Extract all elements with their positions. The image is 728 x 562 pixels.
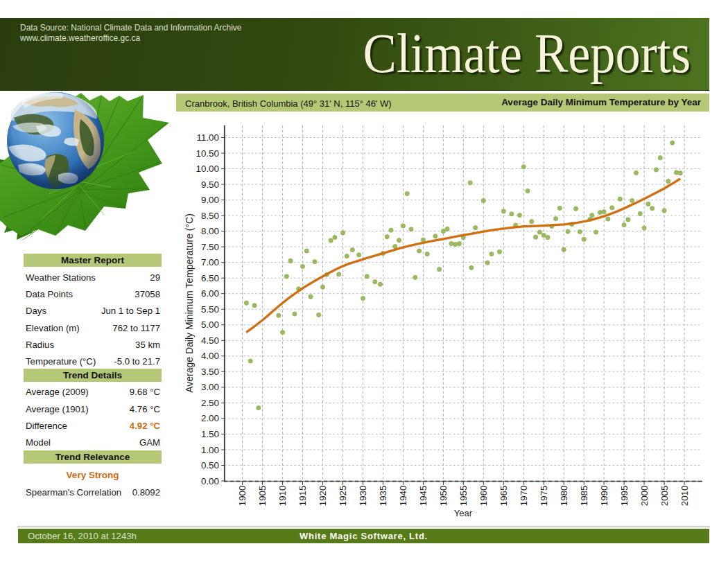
svg-text:1975: 1975	[539, 486, 549, 507]
svg-text:1995: 1995	[619, 486, 630, 507]
svg-text:1965: 1965	[499, 486, 509, 507]
svg-text:1.00: 1.00	[201, 445, 219, 455]
svg-text:1985: 1985	[579, 486, 589, 507]
svg-text:1960: 1960	[478, 486, 489, 507]
svg-text:9.00: 9.00	[201, 195, 219, 205]
svg-text:2.00: 2.00	[201, 413, 219, 423]
svg-text:1970: 1970	[519, 486, 529, 507]
svg-text:2.50: 2.50	[201, 398, 219, 408]
svg-text:4.00: 4.00	[201, 351, 219, 361]
svg-text:11.00: 11.00	[196, 132, 219, 143]
svg-text:5.00: 5.00	[201, 319, 219, 330]
svg-text:8.00: 8.00	[201, 226, 219, 236]
svg-text:0.00: 0.00	[201, 476, 219, 486]
svg-text:1950: 1950	[438, 486, 449, 507]
svg-text:1980: 1980	[559, 486, 569, 507]
svg-text:1945: 1945	[418, 486, 428, 507]
svg-text:1955: 1955	[458, 486, 469, 507]
svg-text:3.50: 3.50	[201, 367, 219, 377]
svg-text:2000: 2000	[639, 486, 650, 507]
svg-text:5.50: 5.50	[201, 304, 219, 315]
svg-text:1905: 1905	[257, 486, 268, 507]
svg-text:2005: 2005	[659, 486, 670, 507]
svg-text:1900: 1900	[237, 486, 248, 507]
svg-text:7.50: 7.50	[201, 242, 219, 252]
svg-text:1935: 1935	[378, 486, 388, 507]
svg-text:10.00: 10.00	[196, 164, 219, 174]
svg-text:1920: 1920	[318, 486, 328, 507]
svg-text:6.00: 6.00	[201, 288, 219, 299]
svg-text:Average Daily Minimum Temperat: Average Daily Minimum Temperature (°C)	[184, 213, 195, 393]
svg-text:2010: 2010	[679, 486, 690, 507]
svg-text:1.50: 1.50	[201, 429, 219, 439]
svg-text:6.50: 6.50	[201, 273, 219, 283]
svg-text:Year: Year	[454, 508, 473, 518]
svg-text:10.50: 10.50	[196, 148, 219, 159]
svg-text:1915: 1915	[297, 486, 308, 507]
svg-text:0.50: 0.50	[201, 460, 219, 471]
svg-text:9.50: 9.50	[201, 179, 219, 190]
svg-text:3.00: 3.00	[201, 382, 219, 392]
svg-text:1925: 1925	[338, 486, 348, 507]
svg-text:4.50: 4.50	[201, 335, 219, 346]
svg-text:8.50: 8.50	[201, 211, 219, 221]
svg-text:1910: 1910	[277, 486, 288, 507]
svg-text:1930: 1930	[358, 486, 368, 507]
svg-text:1990: 1990	[599, 486, 609, 507]
svg-text:1940: 1940	[398, 486, 408, 507]
svg-text:7.00: 7.00	[201, 257, 219, 267]
